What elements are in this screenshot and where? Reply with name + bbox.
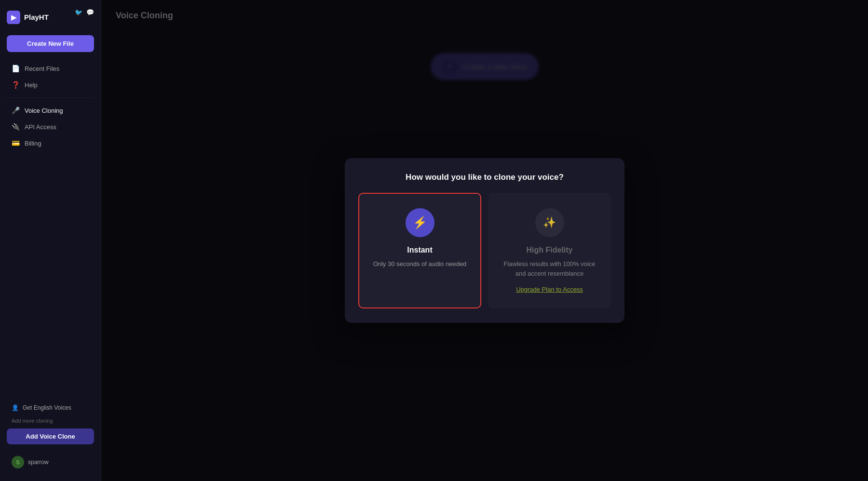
instant-option-name: Instant — [407, 246, 432, 254]
instant-option-card[interactable]: ⚡ Instant Only 30 seconds of audio neede… — [358, 193, 481, 308]
sidebar-item-help-label: Help — [25, 81, 38, 89]
sidebar-item-voice-cloning[interactable]: 🎤 Voice Cloning — [7, 103, 94, 118]
sidebar-item-api-access-label: API Access — [25, 123, 56, 131]
sidebar-item-voice-cloning-label: Voice Cloning — [25, 107, 63, 114]
sidebar-item-help[interactable]: ❓ Help — [7, 77, 94, 93]
high-fidelity-option-name: High Fidelity — [527, 246, 573, 254]
stars-icon: ✨ — [543, 216, 556, 229]
twitter-icon[interactable]: 🐦 — [75, 9, 82, 16]
get-english-voices-label: Get English Voices — [23, 404, 71, 411]
get-english-voices-item[interactable]: 👤 Get English Voices — [7, 401, 94, 415]
avatar: S — [12, 456, 24, 468]
voice-cloning-icon: 🎤 — [12, 107, 20, 114]
instant-option-desc: Only 30 seconds of audio needed — [373, 259, 467, 269]
billing-icon: 💳 — [12, 139, 20, 147]
create-new-file-button[interactable]: Create New File — [7, 35, 94, 52]
sidebar-item-billing-label: Billing — [25, 140, 41, 147]
high-fidelity-option-desc: Flawless results with 100% voice and acc… — [499, 259, 600, 278]
user-name: sparrow — [28, 459, 49, 466]
instant-icon-circle: ⚡ — [406, 208, 434, 237]
sidebar-item-recent-files[interactable]: 📄 Recent Files — [7, 61, 94, 76]
upgrade-plan-link[interactable]: Upgrade Plan to Access — [516, 286, 583, 293]
english-voices-icon: 👤 — [12, 404, 19, 411]
logo-icon: ▶ — [7, 11, 20, 24]
high-fidelity-option-card[interactable]: ✨ High Fidelity Flawless results with 10… — [488, 193, 611, 308]
sidebar: ▶ PlayHT 🐦 💬 Create New File 📄 Recent Fi… — [0, 0, 101, 481]
discord-icon[interactable]: 💬 — [86, 9, 94, 16]
sidebar-bottom: 👤 Get English Voices Add more cloning Ad… — [7, 401, 94, 472]
modal-title: How would you like to clone your voice? — [358, 173, 611, 182]
help-icon: ❓ — [12, 81, 20, 89]
api-access-icon: 🔌 — [12, 123, 20, 131]
sidebar-nav: 📄 Recent Files ❓ Help 🎤 Voice Cloning 🔌 … — [7, 61, 94, 152]
modal-options: ⚡ Instant Only 30 seconds of audio neede… — [358, 193, 611, 308]
main-area: Voice Cloning + Create a New Voice How w… — [101, 0, 868, 481]
add-voice-clone-button[interactable]: Add Voice Clone — [7, 428, 94, 444]
recent-files-icon: 📄 — [12, 65, 20, 72]
bolt-icon: ⚡ — [413, 216, 427, 229]
sidebar-item-recent-files-label: Recent Files — [25, 65, 59, 72]
add-more-label: Add more cloning — [7, 418, 94, 424]
logo-text: PlayHT — [24, 13, 49, 21]
modal-overlay: How would you like to clone your voice? … — [101, 0, 868, 481]
sidebar-item-api-access[interactable]: 🔌 API Access — [7, 119, 94, 134]
sidebar-logo: ▶ PlayHT 🐦 💬 — [7, 9, 94, 26]
sidebar-user[interactable]: S sparrow — [7, 452, 94, 472]
sidebar-item-billing[interactable]: 💳 Billing — [7, 135, 94, 151]
sidebar-divider — [7, 97, 94, 98]
clone-voice-modal: How would you like to clone your voice? … — [345, 158, 624, 323]
social-icons: 🐦 💬 — [73, 9, 94, 16]
high-fidelity-icon-circle: ✨ — [535, 208, 564, 237]
